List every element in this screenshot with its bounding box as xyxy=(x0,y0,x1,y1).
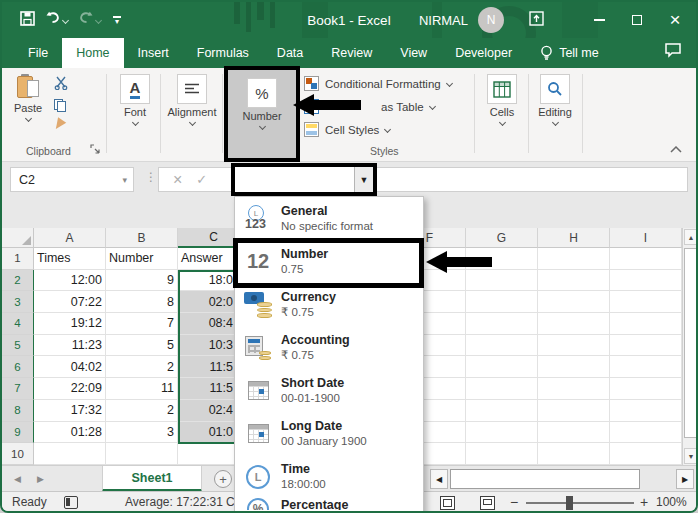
cell-A9[interactable]: 01:28 xyxy=(34,422,106,444)
format-option-accounting[interactable]: Accounting₹ 0.75 xyxy=(235,326,423,369)
zoom-in-icon[interactable]: + xyxy=(640,494,648,510)
cell-H8[interactable] xyxy=(538,400,610,422)
number-group-highlighted[interactable]: % Number xyxy=(224,66,300,162)
cell-styles-button[interactable]: Cell Styles xyxy=(304,122,390,137)
normal-view-icon[interactable] xyxy=(440,496,455,510)
page-layout-view-icon[interactable] xyxy=(480,496,495,510)
redo-button[interactable] xyxy=(78,11,101,29)
cell-H6[interactable] xyxy=(538,356,610,378)
format-option-number[interactable]: 12Number0.75 xyxy=(235,239,423,283)
sheet-tab-sheet1[interactable]: Sheet1 xyxy=(102,466,202,492)
cell-I2[interactable] xyxy=(610,270,682,292)
horizontal-scroll-thumb[interactable] xyxy=(450,469,640,489)
row-header-3[interactable]: 3 xyxy=(2,291,34,313)
tab-formulas[interactable]: Formulas xyxy=(183,38,263,68)
maximize-button[interactable] xyxy=(620,2,654,38)
cell-B10[interactable] xyxy=(106,443,178,465)
alignment-dropdown-icon[interactable] xyxy=(188,119,195,126)
avatar[interactable]: N xyxy=(478,7,504,33)
row-header-10[interactable]: 10 xyxy=(2,443,34,465)
row-header-5[interactable]: 5 xyxy=(2,335,34,357)
cell-I3[interactable] xyxy=(610,291,682,313)
add-sheet-button[interactable]: + xyxy=(214,470,232,488)
name-box-dropdown-icon[interactable]: ▾ xyxy=(122,175,127,185)
zoom-slider[interactable] xyxy=(526,502,634,504)
zoom-slider-handle[interactable] xyxy=(566,496,573,510)
zoom-out-icon[interactable]: − xyxy=(510,494,518,510)
cell-B6[interactable]: 2 xyxy=(106,356,178,378)
row-header-4[interactable]: 4 xyxy=(2,313,34,335)
column-header-I[interactable]: I xyxy=(610,228,682,248)
undo-button[interactable] xyxy=(45,11,68,29)
redo-dropdown-icon[interactable] xyxy=(95,17,102,24)
row-header-9[interactable]: 9 xyxy=(2,422,34,444)
format-option-time[interactable]: LTime18:00:00 xyxy=(235,455,423,498)
cell-G3[interactable] xyxy=(466,291,538,313)
cell-H7[interactable] xyxy=(538,378,610,400)
row-header-7[interactable]: 7 xyxy=(2,378,34,400)
cell-H4[interactable] xyxy=(538,313,610,335)
undo-dropdown-icon[interactable] xyxy=(62,17,69,24)
format-option-general[interactable]: L123GeneralNo specific format xyxy=(235,197,423,239)
cell-I9[interactable] xyxy=(610,422,682,444)
cell-H10[interactable] xyxy=(538,443,610,465)
cell-I1[interactable] xyxy=(610,248,682,270)
column-header-G[interactable]: G xyxy=(466,228,538,248)
vertical-scroll-thumb[interactable] xyxy=(684,248,698,438)
cell-B8[interactable]: 2 xyxy=(106,400,178,422)
cell-G2[interactable] xyxy=(466,270,538,292)
tab-insert[interactable]: Insert xyxy=(124,38,183,68)
format-as-table-button[interactable]: as Table xyxy=(304,99,435,114)
cell-B4[interactable]: 7 xyxy=(106,313,178,335)
tab-developer[interactable]: Developer xyxy=(441,38,526,68)
cell-H1[interactable] xyxy=(538,248,610,270)
alignment-group-button[interactable]: Alignment xyxy=(164,74,220,125)
tab-home[interactable]: Home xyxy=(62,38,123,68)
tab-data[interactable]: Data xyxy=(263,38,317,68)
save-icon[interactable] xyxy=(20,11,35,30)
cell-B9[interactable]: 3 xyxy=(106,422,178,444)
cell-G10[interactable] xyxy=(466,443,538,465)
cut-icon[interactable] xyxy=(54,76,68,92)
cell-A8[interactable]: 17:32 xyxy=(34,400,106,422)
combo-dropdown-icon[interactable]: ▼ xyxy=(354,167,373,192)
collapse-ribbon-icon[interactable] xyxy=(670,143,682,155)
cell-B1[interactable]: Number xyxy=(106,248,178,270)
tab-view[interactable]: View xyxy=(386,38,441,68)
cell-G5[interactable] xyxy=(466,335,538,357)
cell-I4[interactable] xyxy=(610,313,682,335)
column-header-H[interactable]: H xyxy=(538,228,610,248)
scroll-down-icon[interactable]: ▼ xyxy=(684,448,698,464)
horizontal-scrollbar[interactable]: ◀ ▶ xyxy=(430,469,694,489)
tab-review[interactable]: Review xyxy=(317,38,386,68)
column-header-A[interactable]: A xyxy=(34,228,106,248)
format-painter-icon[interactable] xyxy=(52,117,67,132)
cell-I8[interactable] xyxy=(610,400,682,422)
clipboard-dialog-launcher-icon[interactable] xyxy=(90,144,100,156)
minimize-button[interactable] xyxy=(582,2,616,38)
scroll-left-icon[interactable]: ◀ xyxy=(430,469,448,489)
cell-G6[interactable] xyxy=(466,356,538,378)
sheet-nav-prev-icon[interactable]: ◀ xyxy=(14,474,21,484)
cell-G9[interactable] xyxy=(466,422,538,444)
cancel-icon[interactable]: × xyxy=(173,171,182,189)
row-header-8[interactable]: 8 xyxy=(2,400,34,422)
close-button[interactable]: × xyxy=(658,2,692,38)
cell-I6[interactable] xyxy=(610,356,682,378)
cell-A3[interactable]: 07:22 xyxy=(34,291,106,313)
cell-A4[interactable]: 19:12 xyxy=(34,313,106,335)
select-all-corner[interactable] xyxy=(2,228,34,248)
cell-A1[interactable]: Times xyxy=(34,248,106,270)
cell-G8[interactable] xyxy=(466,400,538,422)
editing-group-button[interactable]: Editing xyxy=(532,74,578,125)
ribbon-display-options-icon[interactable] xyxy=(529,11,544,30)
sheet-nav-next-icon[interactable]: ▶ xyxy=(37,474,44,484)
font-group-button[interactable]: A Font xyxy=(112,74,158,125)
number-format-combo-annotated[interactable]: ▼ xyxy=(231,163,377,196)
cell-I5[interactable] xyxy=(610,335,682,357)
cell-H2[interactable] xyxy=(538,270,610,292)
cell-I10[interactable] xyxy=(610,443,682,465)
format-option-currency[interactable]: Currency₹ 0.75 xyxy=(235,283,423,326)
vertical-scrollbar[interactable]: ▲ ▼ xyxy=(682,228,698,465)
format-option-percentage[interactable]: %Percentage xyxy=(235,498,423,510)
